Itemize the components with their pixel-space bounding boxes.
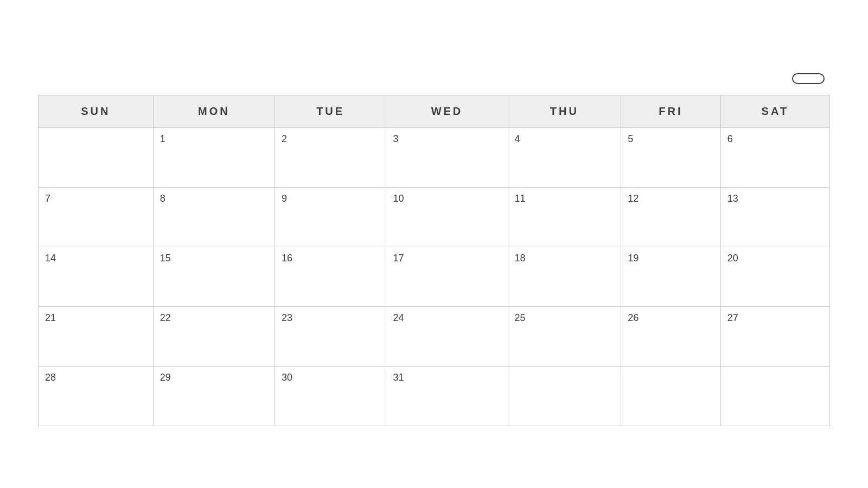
day-number: 21	[45, 312, 56, 323]
calendar-day-cell[interactable]: 28	[39, 366, 154, 426]
weekday-sun: SUN	[39, 95, 154, 127]
day-number: 12	[628, 193, 639, 204]
calendar-day-cell[interactable]: 3	[386, 127, 508, 187]
calendar-header	[38, 73, 830, 84]
calendar-day-cell[interactable]: 12	[621, 187, 721, 247]
calendar-week-row: 28293031	[39, 366, 830, 426]
weekday-thu: THU	[508, 95, 621, 127]
day-number: 29	[160, 372, 171, 383]
day-number: 24	[393, 312, 404, 323]
weekday-fri: FRI	[621, 95, 721, 127]
day-number: 30	[282, 372, 292, 383]
calendar-day-cell[interactable]: 15	[153, 247, 275, 306]
day-number: 17	[393, 253, 404, 264]
day-number: 4	[515, 133, 520, 144]
day-number: 23	[282, 312, 292, 323]
calendar-day-cell[interactable]: 23	[275, 306, 386, 366]
day-number: 22	[160, 312, 171, 323]
day-number: 14	[45, 253, 56, 264]
calendar-day-cell[interactable]: 18	[508, 247, 621, 306]
day-number: 15	[160, 253, 171, 264]
day-number: 25	[515, 312, 526, 323]
calendar-day-cell[interactable]: 20	[720, 247, 829, 306]
calendar-day-cell[interactable]: 10	[386, 187, 508, 247]
day-number: 5	[628, 133, 633, 144]
day-number: 8	[160, 193, 165, 204]
calendar-day-cell[interactable]	[621, 366, 721, 426]
calendar-day-cell[interactable]: 9	[275, 187, 386, 247]
calendar-day-cell[interactable]: 1	[153, 127, 275, 187]
calendar-day-cell[interactable]: 29	[153, 366, 275, 426]
calendar-week-row: 123456	[39, 127, 830, 187]
day-number: 7	[45, 193, 50, 204]
weekday-wed: WED	[386, 95, 508, 127]
calendar-day-cell[interactable]: 4	[508, 127, 621, 187]
day-number: 27	[727, 312, 738, 323]
calendar-day-cell[interactable]: 26	[621, 306, 721, 366]
day-number: 19	[628, 253, 639, 264]
calendar-day-cell[interactable]: 25	[508, 306, 621, 366]
day-number: 1	[160, 133, 165, 144]
calendar-day-cell[interactable]: 30	[275, 366, 386, 426]
day-number: 13	[727, 193, 738, 204]
calendar-day-cell[interactable]: 17	[386, 247, 508, 306]
calendar-day-cell[interactable]	[720, 366, 829, 426]
weekday-header-row: SUN MON TUE WED THU FRI SAT	[39, 95, 830, 127]
day-number: 18	[515, 253, 526, 264]
day-number: 3	[393, 133, 398, 144]
day-number: 20	[727, 253, 738, 264]
calendar-day-cell[interactable]	[508, 366, 621, 426]
calendar-day-cell[interactable]: 8	[153, 187, 275, 247]
calendar-day-cell[interactable]: 11	[508, 187, 621, 247]
day-number: 26	[628, 312, 639, 323]
year-badge	[792, 73, 825, 84]
calendar-day-cell[interactable]: 13	[720, 187, 829, 247]
calendar-day-cell[interactable]: 22	[153, 306, 275, 366]
calendar-day-cell[interactable]: 2	[275, 127, 386, 187]
calendar-day-cell[interactable]: 24	[386, 306, 508, 366]
day-number: 6	[727, 133, 733, 144]
calendar-day-cell[interactable]: 21	[39, 306, 154, 366]
calendar-day-cell[interactable]: 27	[720, 306, 829, 366]
weekday-sat: SAT	[720, 95, 829, 127]
day-number: 31	[393, 372, 404, 383]
calendar-day-cell[interactable]: 6	[720, 127, 829, 187]
weekday-mon: MON	[153, 95, 275, 127]
calendar-container: SUN MON TUE WED THU FRI SAT 123456789101…	[27, 52, 841, 437]
calendar-day-cell[interactable]: 16	[275, 247, 386, 306]
calendar-week-row: 78910111213	[39, 187, 830, 247]
calendar-day-cell[interactable]: 19	[621, 247, 721, 306]
calendar-grid: SUN MON TUE WED THU FRI SAT 123456789101…	[38, 95, 830, 426]
day-number: 28	[45, 372, 56, 383]
calendar-day-cell[interactable]: 5	[621, 127, 721, 187]
calendar-week-row: 21222324252627	[39, 306, 830, 366]
day-number: 2	[282, 133, 287, 144]
day-number: 11	[515, 193, 526, 204]
day-number: 9	[282, 193, 287, 204]
calendar-week-row: 14151617181920	[39, 247, 830, 306]
calendar-day-cell[interactable]: 7	[39, 187, 154, 247]
day-number: 16	[282, 253, 292, 264]
calendar-day-cell[interactable]: 14	[39, 247, 154, 306]
day-number: 10	[393, 193, 404, 204]
calendar-day-cell[interactable]	[39, 127, 154, 187]
calendar-day-cell[interactable]: 31	[386, 366, 508, 426]
weekday-tue: TUE	[275, 95, 386, 127]
